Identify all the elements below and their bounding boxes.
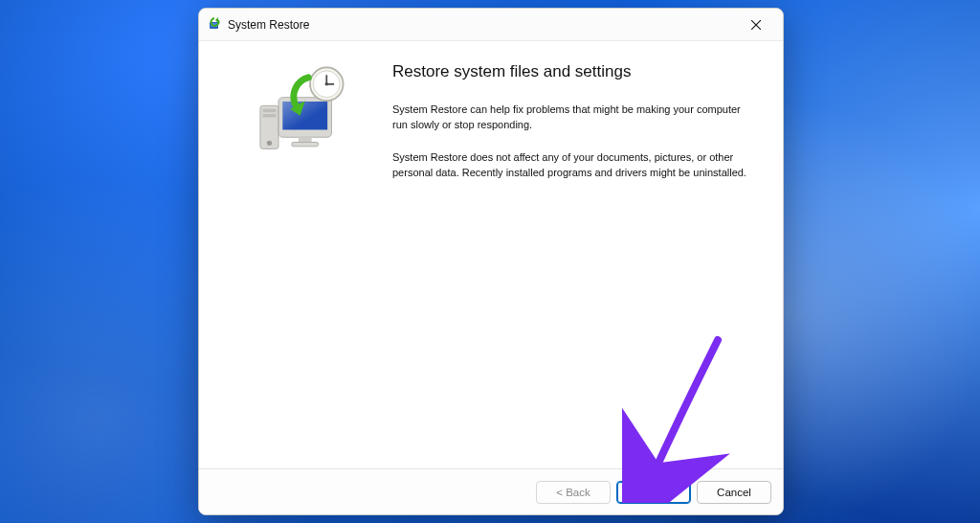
app-icon <box>207 17 222 33</box>
svg-point-8 <box>267 141 272 146</box>
page-heading: Restore system files and settings <box>392 62 760 81</box>
svg-rect-13 <box>292 142 319 146</box>
wizard-content: Restore system files and settings System… <box>385 58 760 459</box>
title-bar[interactable]: System Restore <box>199 9 783 41</box>
system-restore-window: System Restore <box>198 8 784 515</box>
svg-rect-6 <box>263 109 277 112</box>
svg-rect-7 <box>263 114 277 117</box>
svg-rect-12 <box>299 137 312 142</box>
svg-rect-11 <box>282 102 327 129</box>
close-button[interactable] <box>737 9 775 40</box>
window-title: System Restore <box>228 18 737 32</box>
system-restore-icon <box>254 64 353 164</box>
cancel-button[interactable]: Cancel <box>697 481 771 504</box>
wizard-footer: < Back Next > Cancel <box>199 468 783 514</box>
paragraph-2: System Restore does not affect any of yo… <box>392 150 756 181</box>
back-button: < Back <box>536 481 611 504</box>
svg-point-18 <box>325 82 328 85</box>
paragraph-1: System Restore can help fix problems tha… <box>392 102 756 133</box>
close-icon <box>751 20 761 30</box>
wizard-illustration <box>222 58 385 459</box>
next-button[interactable]: Next > <box>616 481 691 504</box>
